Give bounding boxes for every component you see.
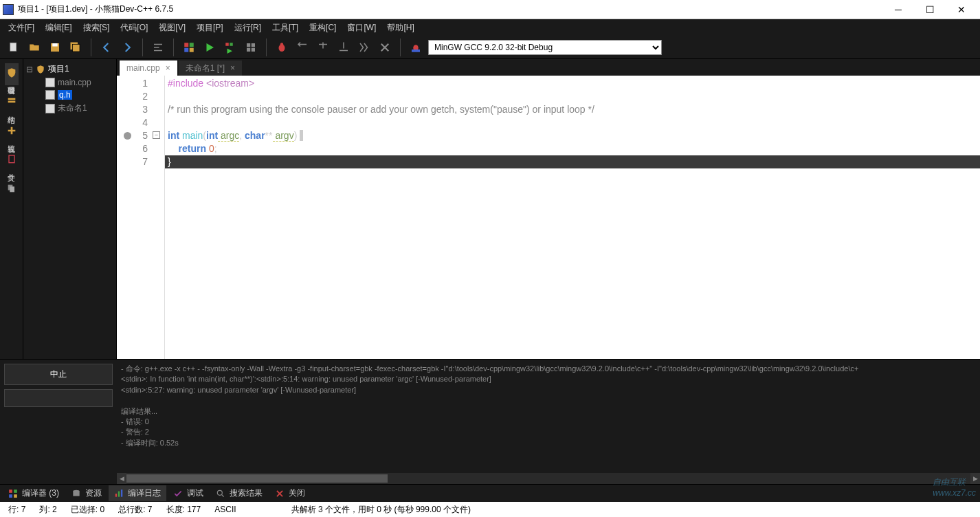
status-length: 长度: 177 (164, 504, 204, 516)
sidebar-tab-copy[interactable] (5, 179, 19, 198)
svg-rect-31 (118, 491, 120, 496)
btab-compiler[interactable]: 编译器 (3) (3, 485, 65, 501)
btab-resources[interactable]: 资源 (66, 485, 107, 501)
svg-rect-5 (184, 43, 188, 47)
main-area: 项目管理 结构 监视 文件 ⊟ 项目1 main.cpp q.h 未命名1 ma… (0, 59, 980, 359)
close-button[interactable]: ✕ (946, 0, 977, 19)
code-lines[interactable]: #include <iostream> /* run this program … (165, 76, 980, 359)
compile-icon[interactable] (179, 38, 199, 57)
tree-file-untitled[interactable]: 未命名1 (26, 101, 113, 116)
stop-button[interactable]: 中止 (4, 364, 113, 385)
menubar: 文件[F] 编辑[E] 搜索[S] 代码[O] 视图[V] 项目[P] 运行[R… (0, 19, 980, 36)
save-icon[interactable] (45, 38, 65, 57)
check-icon (173, 489, 183, 498)
svg-rect-20 (8, 101, 15, 103)
tree-file-main[interactable]: main.cpp (26, 76, 113, 89)
blank-button[interactable] (4, 389, 113, 407)
svg-rect-25 (14, 490, 17, 493)
menu-project[interactable]: 项目[P] (191, 20, 229, 36)
gutter[interactable]: 1 2 3 4 5− 6 7 (117, 76, 165, 359)
breakpoint-icon[interactable] (124, 132, 131, 140)
menu-help[interactable]: 帮助[H] (381, 20, 419, 36)
svg-rect-10 (230, 43, 233, 46)
scroll-left-icon[interactable]: ◀ (117, 473, 126, 484)
debug-watch-icon[interactable] (406, 38, 425, 57)
grid-icon (8, 489, 18, 498)
sidebar-tab-structure[interactable]: 结构 (5, 92, 19, 114)
menu-window[interactable]: 窗口[W] (342, 20, 381, 36)
btab-search[interactable]: 搜索结果 (210, 485, 268, 501)
editor-tabs: main.cpp× 未命名1 [*]× (117, 59, 980, 76)
new-file-icon[interactable] (4, 38, 23, 57)
compiler-output[interactable]: - 命令: g++.exe -x c++ - -fsyntax-only -Wa… (117, 360, 980, 484)
btab-debug[interactable]: 调试 (168, 485, 209, 501)
menu-search[interactable]: 搜索[S] (78, 20, 115, 36)
back-icon[interactable] (97, 38, 116, 57)
btab-close[interactable]: 关闭 (269, 485, 311, 501)
bottom-left-buttons: 中止 (0, 360, 117, 484)
files-icon (6, 154, 17, 165)
btab-log[interactable]: 编译日志 (109, 485, 166, 501)
bottom-tab-bar: 编译器 (3) 资源 编译日志 调试 搜索结果 关闭 (0, 484, 980, 502)
horizontal-scrollbar[interactable]: ◀ ▶ (117, 473, 980, 484)
step-over-icon[interactable] (293, 38, 312, 57)
tree-project-name: 项目1 (48, 63, 69, 75)
minimize-button[interactable]: ─ (882, 0, 914, 19)
sidebar-tab-files[interactable]: 文件 (5, 150, 19, 172)
menu-run[interactable]: 运行[R] (229, 20, 267, 36)
editor-area: main.cpp× 未命名1 [*]× 1 2 3 4 5− 6 7 #incl… (117, 59, 980, 359)
compiler-select[interactable]: MinGW GCC 9.2.0 32-bit Debug (428, 40, 662, 55)
svg-rect-9 (225, 43, 229, 46)
status-selected: 已选择: 0 (68, 504, 107, 516)
svg-rect-19 (8, 98, 15, 100)
svg-rect-32 (121, 490, 122, 497)
save-all-icon[interactable] (66, 38, 85, 57)
menu-tools[interactable]: 工具[T] (267, 20, 304, 36)
reformat-icon[interactable] (148, 38, 168, 57)
scrollbar-thumb[interactable] (126, 474, 388, 483)
file-icon (45, 104, 55, 113)
menu-view[interactable]: 视图[V] (153, 20, 191, 36)
tree-file-qh[interactable]: q.h (26, 89, 113, 101)
svg-rect-27 (14, 494, 17, 498)
rebuild-icon[interactable] (241, 38, 260, 57)
titlebar: 项目1 - [项目1.dev] - 小熊猫Dev-C++ 6.7.5 ─ ☐ ✕ (0, 0, 980, 19)
code-editor[interactable]: 1 2 3 4 5− 6 7 #include <iostream> /* ru… (117, 76, 980, 359)
search-icon (216, 489, 225, 498)
tree-project-root[interactable]: ⊟ 项目1 (26, 62, 113, 76)
run-icon[interactable] (200, 38, 219, 57)
fold-icon[interactable]: − (153, 131, 160, 139)
step-into-icon[interactable] (313, 38, 333, 57)
svg-rect-24 (9, 490, 12, 493)
continue-icon[interactable] (355, 38, 374, 57)
sidebar-tab-watch[interactable]: 监视 (5, 121, 19, 143)
menu-file[interactable]: 文件[F] (3, 20, 40, 36)
svg-rect-6 (190, 43, 194, 47)
tab-close-icon[interactable]: × (230, 63, 235, 73)
stop-debug-icon[interactable] (375, 38, 394, 57)
menu-refactor[interactable]: 重构[C] (304, 20, 342, 36)
scroll-right-icon[interactable]: ▶ (970, 473, 980, 484)
tab-untitled[interactable]: 未命名1 [*]× (179, 60, 242, 76)
tab-close-icon[interactable]: × (166, 63, 170, 73)
svg-rect-30 (115, 494, 117, 497)
debug-icon[interactable] (272, 38, 291, 57)
open-file-icon[interactable] (25, 38, 44, 57)
sidebar-tab-project[interactable]: 项目管理 (5, 63, 19, 85)
copy-icon (6, 183, 17, 194)
structure-icon (6, 96, 17, 107)
window-controls: ─ ☐ ✕ (882, 0, 977, 19)
chart-icon (114, 489, 124, 498)
forward-icon[interactable] (118, 38, 137, 57)
tab-main-cpp[interactable]: main.cpp× (120, 60, 177, 76)
svg-point-33 (217, 490, 222, 495)
compile-run-icon[interactable] (221, 38, 240, 57)
step-out-icon[interactable] (334, 38, 353, 57)
svg-rect-4 (73, 44, 80, 52)
menu-edit[interactable]: 编辑[E] (40, 20, 78, 36)
maximize-button[interactable]: ☐ (914, 0, 946, 19)
shield-icon (6, 67, 17, 78)
menu-code[interactable]: 代码[O] (115, 20, 153, 36)
svg-rect-26 (9, 494, 12, 498)
app-icon (3, 4, 14, 15)
